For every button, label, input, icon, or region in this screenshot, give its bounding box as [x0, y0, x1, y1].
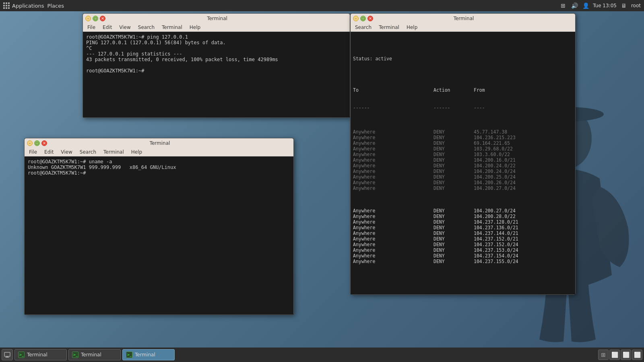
username-label: root [631, 3, 641, 8]
network-icon: ⊞ [559, 2, 567, 10]
terminal-body-2[interactable]: root@GOAZKTM5K7W1:~# uname -a Unknown GO… [25, 156, 293, 315]
fw-visible-row: AnywhereDENY104.237.128.0/21 [353, 219, 573, 225]
maximize-btn-2[interactable]: □ [34, 140, 40, 146]
fw-col-to-sep: ------ [353, 105, 433, 111]
fw-faded-row: AnywhereDENY104.200.26.0/24 [353, 180, 573, 185]
taskbar-item-1[interactable]: >_Terminal [68, 349, 121, 360]
fw-col-from-header: From [474, 87, 485, 93]
maximize-btn-3[interactable]: □ [360, 16, 366, 21]
menubar-2: File Edit View Search Terminal Help [25, 148, 293, 156]
fw-faded-row: AnywhereDENY104.200.16.0/21 [353, 157, 573, 163]
close-btn-1[interactable]: ✕ [100, 16, 105, 21]
places-label[interactable]: Places [47, 3, 64, 9]
term-icon-2: >_ [126, 352, 132, 358]
show-desktop-button[interactable] [2, 349, 13, 360]
menu-terminal-1[interactable]: Terminal [161, 24, 184, 31]
menu-file-1[interactable]: File [86, 24, 97, 31]
menu-edit-1[interactable]: Edit [101, 24, 113, 31]
fw-col-from-sep: ---- [474, 105, 485, 111]
terminal-body-1[interactable]: root@GOAZKTM5K7W1:~# ping 127.0.0.1 PING… [83, 32, 350, 117]
show-desktop-icon [4, 352, 10, 358]
taskbar-icon-2: ⬜ [609, 350, 620, 360]
menu-search-1[interactable]: Search [137, 24, 156, 31]
titlebar-buttons-3[interactable]: – □ ✕ [353, 16, 373, 21]
close-btn-3[interactable]: ✕ [367, 16, 373, 21]
title-label-3: Terminal [373, 16, 554, 21]
terminal-window-1: – □ ✕ Terminal File Edit View Search Ter… [83, 13, 350, 118]
fw-faded-row: AnywhereDENY45.77.147.38 [353, 129, 573, 135]
volume-icon: 🔊 [570, 2, 578, 10]
menu-edit-2[interactable]: Edit [43, 149, 55, 155]
fw-faded-row: AnywhereDENY104.200.25.0/24 [353, 174, 573, 180]
apps-grid-icon [3, 2, 10, 9]
display-icon: 🖥 [620, 2, 628, 10]
desktop: – □ ✕ Terminal File Edit View Search Ter… [0, 11, 644, 348]
menubar-1: File Edit View Search Terminal Help [83, 23, 350, 32]
fw-faded-row: AnywhereDENY69.164.221.65 [353, 140, 573, 146]
fw-col-action-header: Action [433, 87, 474, 93]
minimize-btn-3[interactable]: – [353, 16, 359, 21]
datetime-label: Tue 13:05 [593, 3, 617, 8]
fw-faded-row: AnywhereDENY104.200.24.0/24 [353, 169, 573, 174]
minimize-btn-2[interactable]: – [27, 140, 33, 146]
taskbar-right: ⊞ ⬜ ⬜ ⬜ [598, 350, 642, 360]
term-icon-1: >_ [72, 352, 78, 358]
taskbar-item-2[interactable]: >_Terminal [122, 349, 175, 360]
svg-rect-2 [4, 352, 10, 356]
titlebar-buttons-1[interactable]: – □ ✕ [85, 16, 105, 21]
menu-search-3[interactable]: Search [354, 24, 373, 31]
fw-col-to-header: To [353, 87, 433, 93]
close-btn-2[interactable]: ✕ [41, 140, 47, 146]
fw-visible-row: AnywhereDENY104.237.155.0/24 [353, 259, 573, 264]
taskbar-label-0: Terminal [27, 352, 47, 358]
fw-visible-row: AnywhereDENY104.200.28.0/22 [353, 214, 573, 219]
fw-faded-row: AnywhereDENY104.200.24.0/22 [353, 163, 573, 169]
applications-label[interactable]: Applications [12, 3, 44, 9]
minimize-btn-1[interactable]: – [85, 16, 91, 21]
taskbar-label-1: Terminal [81, 352, 101, 358]
title-label-2: Terminal [47, 140, 272, 146]
fw-col-action-sep: ------ [433, 105, 474, 111]
fw-faded-row: AnywhereDENY103.29.68.0/22 [353, 146, 573, 152]
fw-faded-row: AnywhereDENY104.236.215.223 [353, 135, 573, 140]
menu-terminal-2[interactable]: Terminal [102, 149, 125, 155]
term-icon-0: >_ [18, 352, 25, 358]
menu-help-1[interactable]: Help [188, 24, 202, 31]
svg-rect-4 [5, 357, 9, 358]
menu-help-2[interactable]: Help [130, 149, 143, 155]
user-icon: 👤 [582, 2, 590, 10]
taskbar-item-0[interactable]: >_Terminal [14, 349, 67, 360]
titlebar-buttons-2[interactable]: – □ ✕ [27, 140, 47, 146]
top-panel: Applications Places ⊞ 🔊 👤 Tue 13:05 🖥 ro… [0, 0, 644, 11]
fw-faded-rows: AnywhereDENY45.77.147.38AnywhereDENY104.… [353, 129, 573, 191]
fw-visible-row: AnywhereDENY104.237.144.0/21 [353, 230, 573, 236]
top-panel-right: ⊞ 🔊 👤 Tue 13:05 🖥 root [559, 2, 641, 10]
menu-terminal-3[interactable]: Terminal [378, 24, 400, 31]
menu-view-1[interactable]: View [118, 24, 132, 31]
menu-file-2[interactable]: File [28, 149, 38, 155]
fw-faded-row: AnywhereDENY103.3.60.0/22 [353, 152, 573, 157]
taskbar: >_Terminal>_Terminal>_Terminal ⊞ ⬜ ⬜ ⬜ [0, 348, 644, 362]
svg-rect-3 [6, 356, 8, 357]
fw-status: Status: active [353, 56, 573, 62]
titlebar-1: – □ ✕ Terminal [83, 14, 350, 23]
top-panel-left: Applications Places [3, 2, 64, 9]
fw-visible-row: AnywhereDENY104.200.27.0/24 [353, 208, 573, 214]
taskbar-icon-3: ⬜ [621, 350, 631, 360]
maximize-btn-1[interactable]: □ [93, 16, 98, 21]
fw-faded-row: AnywhereDENY104.200.27.0/24 [353, 185, 573, 191]
menu-view-2[interactable]: View [60, 149, 73, 155]
menu-help-3[interactable]: Help [405, 24, 419, 31]
fw-visible-rows: AnywhereDENY104.200.27.0/24AnywhereDENY1… [353, 208, 573, 264]
menu-search-2[interactable]: Search [78, 149, 97, 155]
taskbar-panel-icons: ⊞ ⬜ ⬜ ⬜ [598, 350, 642, 360]
terminal-body-3[interactable]: Status: active To Action From ------ ---… [351, 32, 575, 294]
apps-places-menu[interactable]: Applications Places [3, 2, 64, 9]
title-label-1: Terminal [105, 16, 329, 21]
firewall-table: Status: active To Action From ------ ---… [353, 45, 573, 276]
titlebar-2: – □ ✕ Terminal [25, 138, 293, 148]
fw-visible-row: AnywhereDENY104.237.152.0/24 [353, 242, 573, 247]
fw-visible-row: AnywhereDENY104.237.154.0/24 [353, 253, 573, 259]
titlebar-3: – □ ✕ Terminal [351, 14, 575, 23]
taskbar-icon-4: ⬜ [632, 350, 642, 360]
